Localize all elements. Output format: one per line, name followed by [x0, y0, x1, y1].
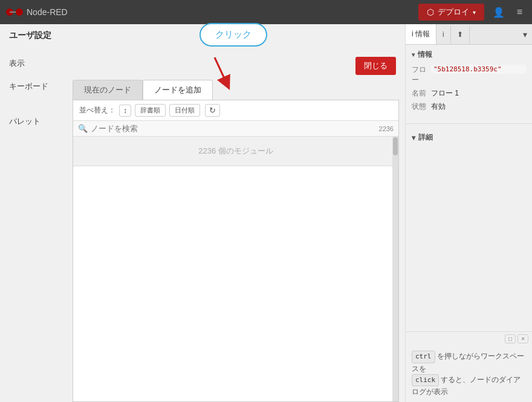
sort-dict-button[interactable]: 辞書順	[135, 104, 166, 117]
nav-item-display[interactable]: 表示	[0, 52, 66, 75]
flow-value: "5b128518.b3359c"	[431, 65, 526, 74]
main-layout: ユーザ設定 表示 キーボード パレット 閉じる 現在のノード ノードを追加	[0, 24, 532, 402]
user-button[interactable]: 👤	[489, 4, 508, 21]
hint-close-button[interactable]: ×	[517, 334, 528, 343]
detail-section-label: 詳細	[418, 132, 433, 143]
detail-chevron-icon: ▾	[412, 134, 415, 142]
nav-item-palette[interactable]: パレット	[0, 110, 66, 133]
name-value: フロー 1	[431, 88, 526, 99]
topbar-left: Node-RED	[6, 6, 68, 18]
info-section-header: ▾ 情報	[412, 50, 526, 60]
right-panel-bottom: □ × ctrl を押しながらワークスペースを click すると、ノードのダイ…	[406, 151, 532, 402]
scroll-thumb[interactable]	[393, 137, 398, 155]
topbar-right: ⬡ デプロイ ▾ 👤 ≡	[418, 4, 526, 21]
right-tab-menu[interactable]: ▾	[518, 26, 532, 43]
logo-icon	[6, 6, 23, 18]
deploy-dropdown-icon: ▾	[473, 9, 476, 16]
search-icon: 🔍	[78, 124, 88, 133]
name-label: 名前	[412, 88, 431, 99]
app-title: Node-RED	[27, 7, 68, 17]
search-count: 2236	[379, 125, 394, 132]
search-bar: 🔍 2236	[73, 121, 398, 137]
topbar: Node-RED ⬡ デプロイ ▾ 👤 ≡	[0, 0, 532, 24]
sort-bar: 並べ替え： ↕ 辞書順 日付順 ↻	[73, 100, 398, 121]
refresh-button[interactable]: ↻	[205, 104, 220, 117]
sort-date-button[interactable]: 日付順	[169, 104, 200, 117]
user-icon: 👤	[493, 7, 505, 18]
right-tabs: i 情報 i ⬆ ▾	[406, 24, 532, 45]
status-label: 状態	[412, 102, 431, 112]
search-input[interactable]	[91, 124, 376, 133]
menu-button[interactable]: ≡	[513, 4, 526, 20]
palette-content: 並べ替え： ↕ 辞書順 日付順 ↻ 🔍 2236 2236 個のモジ	[73, 100, 399, 402]
right-tab-pin[interactable]: i	[436, 25, 451, 44]
menu-icon: ≡	[517, 7, 522, 17]
hint-controls: □ ×	[406, 331, 532, 346]
tab-current-nodes[interactable]: 現在のノード	[73, 80, 143, 100]
module-list[interactable]: 2236 個のモジュール	[73, 137, 398, 401]
module-count-msg: 2236 個のモジュール	[73, 137, 398, 166]
sort-icon-button[interactable]: ↕	[119, 105, 131, 117]
deploy-button[interactable]: ⬡ デプロイ ▾	[418, 4, 484, 21]
sort-label: 並べ替え：	[79, 105, 115, 115]
right-tab-info[interactable]: i 情報	[406, 24, 436, 44]
deploy-icon: ⬡	[427, 7, 434, 17]
flow-label: フロー	[412, 65, 431, 85]
content-area: ユーザ設定 表示 キーボード パレット 閉じる 現在のノード ノードを追加	[0, 24, 405, 402]
below-title: 表示 キーボード パレット 閉じる 現在のノード ノードを追加	[0, 52, 405, 402]
pin-tab-icon: i	[443, 30, 444, 39]
info-section-label: 情報	[418, 50, 432, 60]
deploy-label: デプロイ	[438, 7, 469, 18]
tab-area: 閉じる 現在のノード ノードを追加 並べ替え： ↕ 辞書順 日付順 ↻	[66, 52, 405, 402]
click-tooltip: クリック	[199, 23, 267, 47]
hint-click-key: click	[412, 374, 439, 387]
left-nav: 表示 キーボード パレット	[0, 52, 66, 402]
scroll-track[interactable]	[392, 137, 398, 401]
svg-line-0	[215, 57, 227, 83]
info-section: ▾ 情報 フロー "5b128518.b3359c" 名前 フロー 1 状態 有…	[406, 45, 532, 120]
info-row-status: 状態 有効	[412, 102, 526, 112]
hint-ctrl-key: ctrl	[412, 351, 435, 363]
info-row-name: 名前 フロー 1	[412, 88, 526, 99]
divider	[406, 123, 532, 124]
hint-minimize-button[interactable]: □	[505, 334, 516, 343]
detail-section-header: ▾ 詳細	[412, 132, 526, 143]
status-value: 有効	[431, 102, 526, 112]
detail-section: ▾ 詳細	[406, 128, 532, 151]
up-tab-icon: ⬆	[457, 30, 463, 39]
close-button[interactable]: 閉じる	[355, 57, 396, 75]
hint-box: ctrl を押しながらワークスペースを click すると、ノードのダイアログが…	[406, 346, 532, 402]
right-tab-up[interactable]: ⬆	[451, 25, 470, 44]
right-panel: i 情報 i ⬆ ▾ ▾ 情報 フロー "5b128518.b3359c"	[405, 24, 532, 402]
nav-item-keyboard[interactable]: キーボード	[0, 75, 66, 98]
info-tab-icon: i	[412, 30, 414, 38]
node-red-logo: Node-RED	[6, 6, 68, 18]
info-tab-label: 情報	[415, 30, 430, 38]
click-arrow	[209, 54, 245, 92]
tab-add-nodes[interactable]: ノードを追加	[143, 80, 213, 100]
module-content-area	[73, 166, 398, 401]
info-chevron-icon: ▾	[412, 51, 415, 58]
info-row-flow: フロー "5b128518.b3359c"	[412, 65, 526, 85]
